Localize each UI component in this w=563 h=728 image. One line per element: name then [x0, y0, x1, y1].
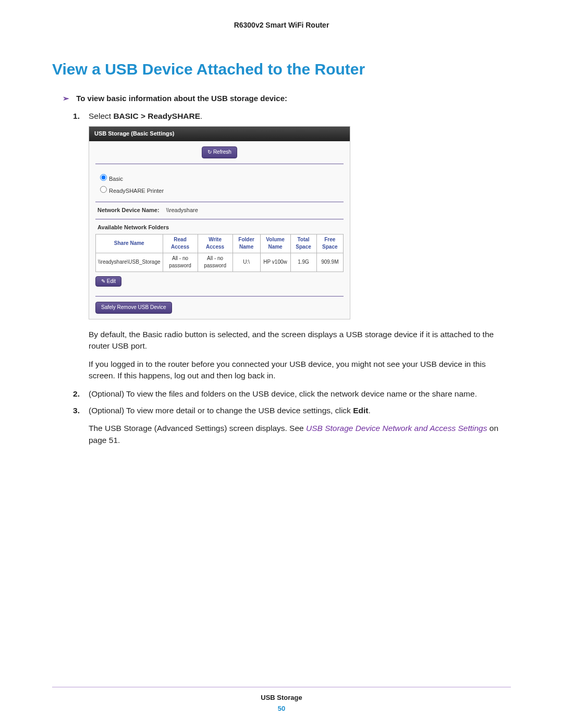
step-1-followup-a: By default, the Basic radio button is se… — [89, 329, 511, 352]
col-total: Total Space — [290, 234, 316, 253]
ndn-value[interactable]: \\readyshare — [166, 207, 198, 213]
cell-folder: U:\ — [232, 253, 260, 272]
step-1: Select BASIC > ReadySHARE. USB Storage (… — [73, 110, 511, 319]
radio-basic-label: Basic — [109, 176, 123, 182]
step-3-follow-prefix: The USB Storage (Advanced Settings) scre… — [89, 424, 306, 433]
table-header-row: Share Name Read Access Write Access Fold… — [96, 234, 344, 253]
edit-label: Edit — [107, 278, 116, 284]
col-read: Read Access — [163, 234, 198, 253]
table-row[interactable]: \\readyshare\USB_Storage All - no passwo… — [96, 253, 344, 272]
mode-radio-group: Basic ReadySHARE Printer — [95, 168, 344, 202]
cell-share[interactable]: \\readyshare\USB_Storage — [96, 253, 163, 272]
step-2: (Optional) To view the files and folders… — [73, 388, 511, 400]
step-1-nav: BASIC > ReadySHARE — [113, 112, 200, 120]
cell-read: All - no password — [163, 253, 198, 272]
network-device-name-row: Network Device Name: \\readyshare — [95, 202, 344, 219]
col-folder: Folder Name — [232, 234, 260, 253]
safely-remove-button[interactable]: Safely Remove USB Device — [95, 302, 172, 314]
task-intro: ➢ To view basic information about the US… — [63, 94, 511, 103]
document-header: R6300v2 Smart WiFi Router — [52, 21, 511, 29]
radio-basic-input[interactable] — [100, 174, 107, 181]
cross-reference-link[interactable]: USB Storage Device Network and Access Se… — [306, 424, 487, 433]
panel-title: USB Storage (Basic Settings) — [89, 127, 350, 141]
col-share: Share Name — [96, 234, 163, 253]
refresh-button[interactable]: ↻ Refresh — [202, 146, 237, 158]
step-3-followup: The USB Storage (Advanced Settings) scre… — [89, 423, 511, 446]
footer-page-number: 50 — [52, 705, 511, 712]
folders-table: Share Name Read Access Write Access Fold… — [95, 234, 344, 272]
col-free: Free Space — [316, 234, 343, 253]
cell-volume: HP v100w — [260, 253, 290, 272]
cell-total: 1.9G — [290, 253, 316, 272]
folders-title: Available Network Folders — [97, 224, 344, 232]
page-footer: USB Storage 50 — [52, 687, 511, 712]
col-volume: Volume Name — [260, 234, 290, 253]
step-1-followup-b: If you logged in to the router before yo… — [89, 359, 511, 382]
radio-printer-label: ReadySHARE Printer — [109, 188, 164, 194]
radio-printer-input[interactable] — [100, 186, 107, 193]
footer-title: USB Storage — [52, 694, 511, 701]
ndn-label: Network Device Name: — [97, 207, 160, 213]
refresh-label: Refresh — [213, 149, 231, 155]
col-write: Write Access — [198, 234, 232, 253]
step-1-prefix: Select — [89, 112, 113, 120]
edit-button[interactable]: ✎ Edit — [95, 276, 121, 287]
step-1-suffix: . — [200, 112, 202, 120]
task-intro-text: To view basic information about the USB … — [76, 94, 287, 103]
task-arrow-icon: ➢ — [63, 94, 74, 103]
step-3-a: (Optional) To view more detail or to cha… — [89, 406, 353, 415]
step-3-c: . — [368, 406, 370, 415]
step-3: (Optional) To view more detail or to cha… — [73, 405, 511, 416]
radio-readyshare-printer[interactable]: ReadySHARE Printer — [97, 184, 344, 195]
usb-storage-panel: USB Storage (Basic Settings) ↻ Refresh B… — [89, 126, 350, 319]
section-title: View a USB Device Attached to the Router — [52, 60, 511, 78]
radio-basic[interactable]: Basic — [97, 172, 344, 183]
cell-write: All - no password — [198, 253, 232, 272]
step-3-bold: Edit — [353, 406, 368, 415]
cell-free: 909.9M — [316, 253, 343, 272]
